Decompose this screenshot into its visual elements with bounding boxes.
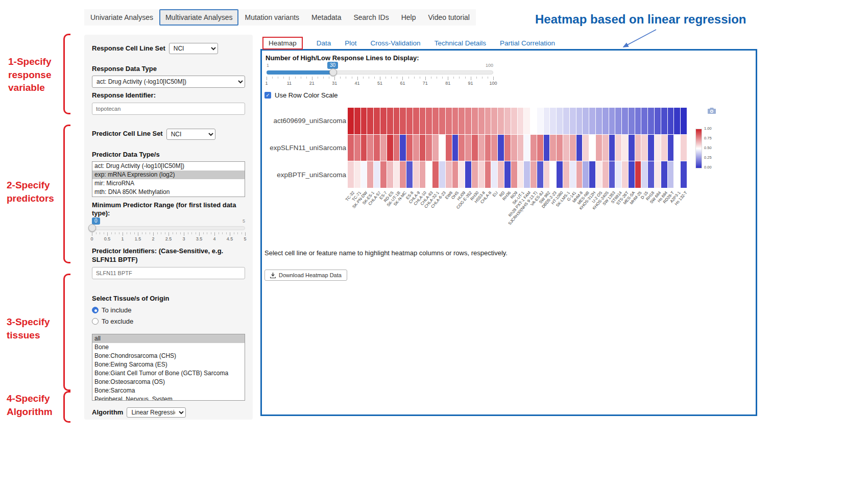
colorbar-tick: 1.00	[704, 127, 712, 131]
option-bone[interactable]: Bone	[92, 343, 245, 352]
heatmap-cell	[674, 161, 680, 188]
heatmap-cell	[452, 135, 459, 161]
display-lines-slider[interactable]: 1 100 30 1112131415161718191100	[267, 63, 493, 86]
heatmap-row	[348, 161, 687, 188]
heatmap-cell	[413, 135, 419, 161]
nav-tab-search-ids[interactable]: Search IDs	[347, 9, 395, 26]
nav-tab-univariate-analyses[interactable]: Univariate Analyses	[84, 9, 159, 26]
heatmap-row-label-act609699-unisarcoma[interactable]: act609699_uniSarcoma	[267, 108, 346, 134]
predictor-data-type-list[interactable]: act: Drug Activity (-log10[IC50M])exp: m…	[92, 161, 245, 197]
algorithm-select[interactable]: Linear Regression	[127, 407, 186, 418]
heatmap-cell	[615, 135, 621, 161]
option-bone-ewing-sarcoma-es[interactable]: Bone:Ewing Sarcoma (ES)	[92, 360, 245, 369]
slider-handle[interactable]	[88, 224, 96, 232]
heatmap-cell	[635, 135, 641, 161]
heatmap-cell	[472, 161, 478, 188]
heatmap-cell	[348, 135, 354, 161]
heatmap-cell	[570, 135, 576, 161]
tab-partial-correlation[interactable]: Partial Correlation	[500, 39, 555, 47]
option-mth-dna-850k-methylation[interactable]: mth: DNA 850K Methylation	[92, 188, 245, 197]
heatmap-cell	[400, 135, 406, 161]
heatmap-cell	[615, 108, 621, 134]
tab-cross-validation[interactable]: Cross-Validation	[371, 39, 421, 47]
option-exp-mrna-expression-log2[interactable]: exp: mRNA Expression (log2)	[92, 170, 245, 179]
heatmap-cell	[491, 161, 497, 188]
min-predictor-range-slider[interactable]: 5 0 00.511.522.533.544.55	[92, 218, 245, 242]
heatmap-cell	[668, 108, 674, 134]
heatmap-cell	[361, 135, 367, 161]
nav-tab-help[interactable]: Help	[395, 9, 422, 26]
heatmap-cell	[420, 161, 426, 188]
nav-tab-mutation-variants[interactable]: Mutation variants	[238, 9, 305, 26]
heatmap-cell	[544, 108, 550, 134]
response-identifier-input[interactable]	[92, 103, 245, 115]
step1-label: 1-Specify response variable	[8, 55, 68, 94]
heatmap-cell	[380, 135, 387, 161]
heatmap-cell	[629, 135, 635, 161]
option-all[interactable]: all	[92, 334, 245, 343]
option-bone-sarcoma[interactable]: Bone:Sarcoma	[92, 386, 245, 395]
heatmap-cell	[387, 108, 393, 134]
heatmap-cell	[374, 108, 380, 134]
camera-icon[interactable]	[707, 107, 716, 114]
heatmap-grid[interactable]	[348, 108, 687, 188]
heatmap-cell	[524, 135, 530, 161]
option-bone-osteosarcoma-os[interactable]: Bone:Osteosarcoma (OS)	[92, 378, 245, 386]
option-peripheral-nervous-system[interactable]: Peripheral_Nervous_System	[92, 395, 245, 401]
include-radio[interactable]	[92, 307, 99, 313]
predictor-identifiers-label: Predictor Identifiers: (Case-Sensitive, …	[92, 247, 245, 264]
heatmap-cell	[570, 161, 576, 188]
heatmap-cell	[531, 135, 537, 161]
nav-tab-multivariate-analyses[interactable]: Multivariate Analyses	[159, 9, 239, 26]
option-bone-chondrosarcoma-chs[interactable]: Bone:Chondrosarcoma (CHS)	[92, 352, 245, 360]
heatmap-column-label-eu[interactable]: EU	[492, 190, 499, 198]
response-data-type-select[interactable]: act: Drug Activity (-log10[IC50M])	[92, 76, 245, 88]
heatmap-cell	[681, 135, 687, 161]
heatmap-cell	[367, 108, 373, 134]
tab-plot[interactable]: Plot	[345, 39, 356, 47]
heatmap-cell	[426, 108, 432, 134]
heatmap-cell	[648, 161, 654, 188]
heatmap-cell	[655, 161, 661, 188]
heatmap-cell	[583, 108, 589, 134]
response-cell-line-set-select[interactable]: NCI	[169, 43, 218, 54]
heatmap-cell	[400, 108, 406, 134]
heatmap-cell	[570, 108, 576, 134]
heatmap-cell	[583, 135, 589, 161]
option-mir-microrna[interactable]: mir: MicroRNA	[92, 179, 245, 188]
tab-heatmap[interactable]: Heatmap	[262, 37, 303, 50]
heatmap-cell	[459, 135, 465, 161]
heatmap-cell	[622, 161, 628, 188]
option-bone-giant-cell-tumor-of-bone-gctb-sarcoma[interactable]: Bone:Giant Cell Tumor of Bone (GCTB) Sar…	[92, 369, 245, 378]
slider-track[interactable]	[92, 226, 245, 230]
heatmap-cell	[491, 135, 497, 161]
exclude-radio[interactable]	[92, 318, 99, 325]
heatmap-row-label-expslfn11-unisarcoma[interactable]: expSLFN11_uniSarcoma	[267, 135, 346, 161]
slider-handle[interactable]	[329, 68, 337, 76]
heatmap-row-label-expbptf-unisarcoma[interactable]: expBPTF_uniSarcoma	[267, 161, 346, 188]
row-color-scale-checkbox[interactable]: ✓	[264, 92, 271, 99]
heatmap-cell	[485, 135, 491, 161]
heatmap-cell	[511, 161, 517, 188]
predictor-cell-line-set-select[interactable]: NCI	[166, 129, 215, 140]
response-identifier-label: Response Identifier:	[92, 91, 245, 100]
nav-tab-metadata[interactable]: Metadata	[305, 9, 347, 26]
include-radio-label: To include	[102, 306, 132, 314]
heatmap-cell	[531, 161, 537, 188]
predictor-identifiers-input[interactable]	[92, 267, 245, 279]
exclude-radio-label: To exclude	[102, 318, 133, 325]
heatmap-cell	[518, 108, 524, 134]
tissue-list[interactable]: allBoneBone:Chondrosarcoma (CHS)Bone:Ewi…	[92, 334, 245, 401]
tab-technical-details[interactable]: Technical Details	[435, 39, 486, 47]
heatmap-cell	[635, 108, 641, 134]
nav-tab-video-tutorial[interactable]: Video tutorial	[422, 9, 476, 26]
option-act-drug-activity-log10-ic50m[interactable]: act: Drug Activity (-log10[IC50M])	[92, 162, 245, 170]
heatmap-cell	[602, 135, 609, 161]
download-heatmap-data-button[interactable]: Download Heatmap Data	[264, 270, 347, 281]
heatmap-cell	[478, 135, 485, 161]
heatmap-cell	[641, 135, 647, 161]
tab-data[interactable]: Data	[317, 39, 331, 47]
colorbar-tick: 0.50	[704, 146, 712, 150]
heatmap-cell	[446, 108, 452, 134]
heatmap-cell	[367, 161, 373, 188]
